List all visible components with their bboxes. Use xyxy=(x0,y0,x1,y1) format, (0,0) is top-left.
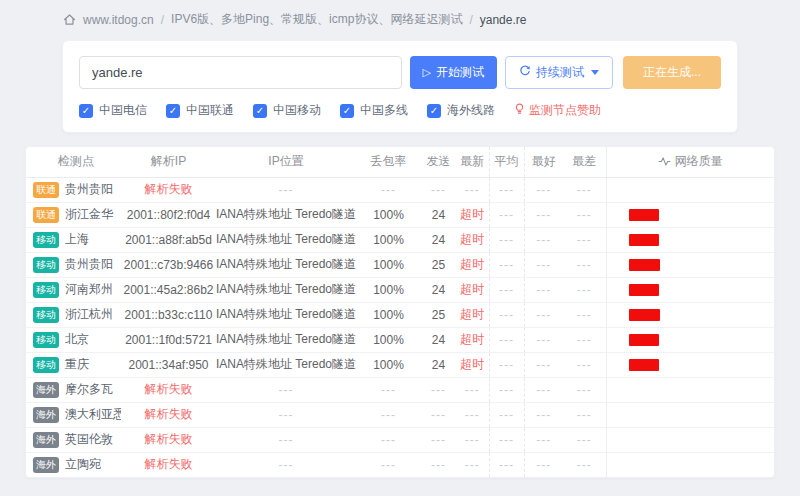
home-icon xyxy=(63,13,76,26)
header-quality-label: 网络质量 xyxy=(675,153,723,170)
table-row[interactable]: 联通贵州贵阳 解析失败 --- --- --- --- --- --- --- xyxy=(26,177,774,202)
avg-latency: --- xyxy=(489,202,524,227)
node-cell: 移动上海 xyxy=(26,227,121,252)
table-row[interactable]: 海外摩尔多瓦 解析失败 --- --- --- --- --- --- --- xyxy=(26,377,774,402)
table-row[interactable]: 移动贵州贵阳 2001::c73b:9466 IANA特殊地址 Teredo隧道… xyxy=(26,252,774,277)
table-row[interactable]: 移动河南郑州 2001::45a2:86b2 IANA特殊地址 Teredo隧道… xyxy=(26,277,774,302)
best-latency: --- xyxy=(524,302,563,327)
node-location: 贵州贵阳 xyxy=(65,182,113,196)
sponsor-link[interactable]: 监测节点赞助 xyxy=(514,102,601,119)
node-cell: 海外澳大利亚悉尼 xyxy=(26,402,121,427)
host-input[interactable] xyxy=(79,56,402,89)
sent-count: 24 xyxy=(421,327,456,352)
quality-bar xyxy=(629,284,659,296)
line-checkbox[interactable]: ✓ 中国移动 xyxy=(253,102,321,119)
avg-latency: --- xyxy=(489,277,524,302)
resolved-ip: 2001::c73b:9466 xyxy=(121,252,216,277)
breadcrumb-site-link[interactable]: www.itdog.cn xyxy=(83,13,154,27)
line-checkbox[interactable]: ✓ 中国电信 xyxy=(79,102,147,119)
avg-latency: --- xyxy=(489,377,524,402)
packet-loss: --- xyxy=(356,402,421,427)
table-row[interactable]: 移动北京 2001::1f0d:5721 IANA特殊地址 Teredo隧道地址… xyxy=(26,327,774,352)
packet-loss: 100% xyxy=(356,252,421,277)
ip-location: IANA特殊地址 Teredo隧道地址 xyxy=(216,227,356,252)
sent-count: --- xyxy=(421,177,456,202)
worst-latency: --- xyxy=(563,427,606,452)
carrier-badge: 海外 xyxy=(33,432,59,448)
avg-latency: --- xyxy=(489,177,524,202)
breadcrumb: www.itdog.cn / IPV6版、多地Ping、常规版、icmp协议、网… xyxy=(0,0,800,28)
table-row[interactable]: 移动上海 2001::a88f:ab5d IANA特殊地址 Teredo隧道地址… xyxy=(26,227,774,252)
avg-latency: --- xyxy=(489,252,524,277)
line-checkbox[interactable]: ✓ 中国联通 xyxy=(166,102,234,119)
table-row[interactable]: 海外澳大利亚悉尼 解析失败 --- --- --- --- --- --- --… xyxy=(26,402,774,427)
line-checkbox[interactable]: ✓ 中国多线 xyxy=(340,102,408,119)
sent-count: 24 xyxy=(421,277,456,302)
start-test-label: 开始测试 xyxy=(436,64,484,81)
continuous-test-button[interactable]: 持续测试 xyxy=(505,56,613,89)
checkbox-group: ✓ 中国电信 ✓ 中国联通 ✓ 中国移动 ✓ 中国多线 ✓ 海外线路 监测节点赞… xyxy=(79,102,721,119)
resolved-ip: 解析失败 xyxy=(121,377,216,402)
start-test-button[interactable]: ▷ 开始测试 xyxy=(410,56,497,89)
sponsor-label: 监测节点赞助 xyxy=(529,102,601,119)
best-latency: --- xyxy=(524,252,563,277)
caret-down-icon xyxy=(591,70,599,75)
network-quality-cell xyxy=(606,452,774,477)
best-latency: --- xyxy=(524,327,563,352)
sent-count: 24 xyxy=(421,202,456,227)
packet-loss: 100% xyxy=(356,302,421,327)
resolved-ip: 解析失败 xyxy=(121,427,216,452)
node-cell: 移动北京 xyxy=(26,327,121,352)
packet-loss: --- xyxy=(356,177,421,202)
node-location: 北京 xyxy=(65,332,89,346)
node-cell: 海外摩尔多瓦 xyxy=(26,377,121,402)
packet-loss: --- xyxy=(356,427,421,452)
carrier-badge: 联通 xyxy=(33,182,59,198)
latest-latency: --- xyxy=(456,377,489,402)
table-row[interactable]: 海外立陶宛 解析失败 --- --- --- --- --- --- --- xyxy=(26,452,774,477)
generating-label: 正在生成... xyxy=(643,64,701,81)
table-row[interactable]: 联通浙江金华 2001::80f2:f0d4 IANA特殊地址 Teredo隧道… xyxy=(26,202,774,227)
quality-bar xyxy=(629,309,660,321)
sent-count: 24 xyxy=(421,352,456,377)
generating-button[interactable]: 正在生成... xyxy=(623,56,721,89)
packet-loss: 100% xyxy=(356,277,421,302)
sent-count: --- xyxy=(421,402,456,427)
latest-latency: 超时 xyxy=(456,202,489,227)
quality-bar xyxy=(629,334,659,346)
sent-count: --- xyxy=(421,377,456,402)
ip-location: --- xyxy=(216,402,356,427)
line-checkbox[interactable]: ✓ 海外线路 xyxy=(427,102,495,119)
checkbox-checked-icon: ✓ xyxy=(166,104,180,118)
node-location: 浙江金华 xyxy=(65,207,113,221)
latest-latency: --- xyxy=(456,402,489,427)
activity-icon xyxy=(658,155,671,169)
ip-location: IANA特殊地址 Teredo隧道地址 xyxy=(216,277,356,302)
ip-location: --- xyxy=(216,427,356,452)
table-row[interactable]: 移动重庆 2001::34af:950 IANA特殊地址 Teredo隧道地址 … xyxy=(26,352,774,377)
table-row[interactable]: 移动浙江杭州 2001::b33c:c110 IANA特殊地址 Teredo隧道… xyxy=(26,302,774,327)
checkbox-label: 中国移动 xyxy=(273,102,321,119)
node-cell: 海外立陶宛 xyxy=(26,452,121,477)
avg-latency: --- xyxy=(489,352,524,377)
header-avg: 平均 xyxy=(489,147,524,177)
network-quality-cell xyxy=(606,252,774,277)
quality-bar xyxy=(629,359,659,371)
avg-latency: --- xyxy=(489,452,524,477)
sent-count: --- xyxy=(421,427,456,452)
resolved-ip: 2001::a88f:ab5d xyxy=(121,227,216,252)
node-cell: 海外英国伦敦 xyxy=(26,427,121,452)
worst-latency: --- xyxy=(563,377,606,402)
resolved-ip: 2001::1f0d:5721 xyxy=(121,327,216,352)
resolved-ip: 2001::34af:950 xyxy=(121,352,216,377)
avg-latency: --- xyxy=(489,427,524,452)
worst-latency: --- xyxy=(563,327,606,352)
header-sent: 发送 xyxy=(421,147,456,177)
node-location: 澳大利亚悉尼 xyxy=(65,407,121,421)
header-worst: 最差 xyxy=(563,147,606,177)
carrier-badge: 移动 xyxy=(33,232,59,248)
table-row[interactable]: 海外英国伦敦 解析失败 --- --- --- --- --- --- --- xyxy=(26,427,774,452)
checkbox-label: 海外线路 xyxy=(447,102,495,119)
latest-latency: 超时 xyxy=(456,227,489,252)
latest-latency: 超时 xyxy=(456,252,489,277)
